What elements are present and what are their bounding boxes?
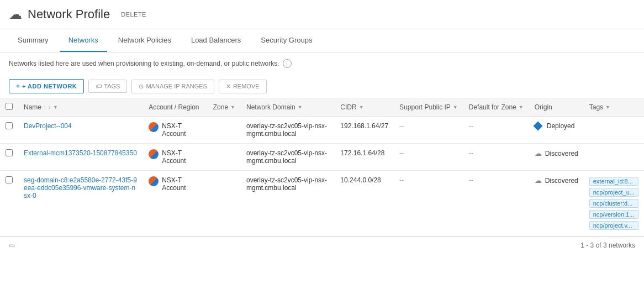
row2-network-domain: overlay-tz-sc2vc05-vip-nsx-mgmt.cmbu.loc… [241,144,335,171]
row2-default-for-zone: -- [463,144,529,171]
tab-summary[interactable]: Summary [9,29,57,52]
support-public-ip-filter-icon[interactable]: ▼ [453,104,458,110]
row3-network-domain: overlay-tz-sc2vc05-vip-nsx-mgmt.cmbu.loc… [241,171,335,237]
row3-account: NSX-T Account [143,171,208,237]
row3-origin: ☁ Discovered [529,171,584,237]
add-icon: + [16,82,20,90]
row2-cidr: 172.16.1.64/28 [335,144,394,171]
row1-name-link[interactable]: DevProject--004 [24,122,72,130]
page-header: ☁ Network Profile DELETE [0,0,644,29]
cloud-icon: ☁ [9,7,22,22]
row1-support-public-ip: -- [394,117,463,144]
tab-network-policies[interactable]: Network Policies [109,29,180,52]
networks-table: Name ↑ ↓ ▼ Account / Region Zone ▼ [0,98,644,237]
row3-cidr: 10.244.0.0/28 [335,171,394,237]
zone-filter-icon[interactable]: ▼ [230,104,235,110]
cloud-discovered-icon: ☁ [535,176,542,185]
info-icon: i [283,59,292,68]
table-row: DevProject--004 NSX-T Account overlay-tz… [0,117,644,144]
col-header-origin: Origin [529,98,584,117]
nsxt-icon [149,122,159,132]
row2-checkbox[interactable] [6,149,13,156]
row1-name: DevProject--004 [18,117,143,144]
default-for-zone-filter-icon[interactable]: ▼ [519,104,524,110]
row2-origin: ☁ Discovered [529,144,584,171]
col-header-account-region: Account / Region [143,98,208,117]
select-all-checkbox[interactable] [6,103,13,110]
tag-chip: ncp/version:1... [589,210,638,219]
tag-chip: ncp/cluster:d... [589,199,638,208]
panel-toggle-icon[interactable]: ▭ [9,241,15,249]
row2-zone [208,144,241,171]
cloud-discovered-icon: ☁ [535,149,542,157]
tab-networks[interactable]: Networks [60,29,107,52]
name-sort-desc-icon[interactable]: ↓ [49,104,51,110]
record-count: 1 - 3 of 3 networks [580,241,635,249]
col-header-tags: Tags ▼ [584,98,644,117]
remove-icon: ✕ [226,83,231,90]
table-footer: ▭ 1 - 3 of 3 networks [0,237,644,254]
tags-filter-icon[interactable]: ▼ [605,104,610,110]
row3-default-for-zone: -- [463,171,529,237]
row3-checkbox[interactable] [6,176,13,183]
row1-cidr: 192.168.1.64/27 [335,117,394,144]
row1-network-domain: overlay-tz-sc2vc05-vip-nsx-mgmt.cmbu.loc… [241,117,335,144]
tab-bar: Summary Networks Network Policies Load B… [0,29,644,52]
info-text: Networks listed here are used when provi… [9,60,279,67]
row2-name: External-mcm1373520-150877845350 [18,144,143,171]
row1-account: NSX-T Account [143,117,208,144]
delete-button[interactable]: DELETE [121,11,146,18]
tag-chip: ncp/project.v... [589,221,638,230]
table-row: seg-domain-c8:e2a5580e-2772-43f5-9eea-ed… [0,171,644,237]
col-header-network-domain: Network Domain ▼ [241,98,335,117]
row2-tags [584,144,644,171]
table-row: External-mcm1373520-150877845350 NSX-T A… [0,144,644,171]
select-all-header[interactable] [0,98,18,117]
tab-load-balancers[interactable]: Load Balancers [182,29,250,52]
row1-checkbox[interactable] [6,122,13,129]
manage-ip-ranges-button[interactable]: ⊙ MANAGE IP RANGES [131,80,214,93]
row1-checkbox-cell[interactable] [0,117,18,144]
name-sort-asc-icon[interactable]: ↑ [44,104,46,110]
tag-chip: external_id:8... [589,177,638,186]
row1-zone [208,117,241,144]
row2-name-link[interactable]: External-mcm1373520-150877845350 [24,149,137,157]
row3-name-link[interactable]: seg-domain-c8:e2a5580e-2772-43f5-9eea-ed… [24,176,137,199]
row1-tags [584,117,644,144]
cidr-filter-icon[interactable]: ▼ [359,104,364,110]
row3-tags: external_id:8... ncp/project_u... ncp/cl… [584,171,644,237]
network-domain-filter-icon[interactable]: ▼ [298,104,303,110]
nsxt-icon [149,149,159,159]
ip-icon: ⊙ [139,83,144,90]
tags-button[interactable]: 🏷 TAGS [88,80,127,93]
toolbar: + + ADD NETWORK 🏷 TAGS ⊙ MANAGE IP RANGE… [0,75,644,98]
page-title: Network Profile [28,7,110,22]
tag-chip: ncp/project_u... [589,188,638,197]
row3-zone [208,171,241,237]
info-bar: Networks listed here are used when provi… [0,52,644,75]
col-header-support-public-ip: Support Public IP ▼ [394,98,463,117]
deployed-icon [533,122,542,131]
col-header-default-for-zone: Default for Zone ▼ [463,98,529,117]
nsxt-icon [149,176,159,186]
row1-default-for-zone: -- [463,117,529,144]
tab-security-groups[interactable]: Security Groups [252,29,321,52]
tag-icon: 🏷 [96,83,102,90]
row2-support-public-ip: -- [394,144,463,171]
add-network-button[interactable]: + + ADD NETWORK [9,79,84,93]
col-header-zone: Zone ▼ [208,98,241,117]
row3-checkbox-cell[interactable] [0,171,18,237]
row3-support-public-ip: -- [394,171,463,237]
col-header-cidr: CIDR ▼ [335,98,394,117]
row2-checkbox-cell[interactable] [0,144,18,171]
name-filter-icon[interactable]: ▼ [53,104,58,110]
remove-button[interactable]: ✕ REMOVE [219,80,267,93]
col-header-name: Name ↑ ↓ ▼ [18,98,143,117]
row3-name: seg-domain-c8:e2a5580e-2772-43f5-9eea-ed… [18,171,143,237]
row1-origin: Deployed [529,117,584,144]
row2-account: NSX-T Account [143,144,208,171]
